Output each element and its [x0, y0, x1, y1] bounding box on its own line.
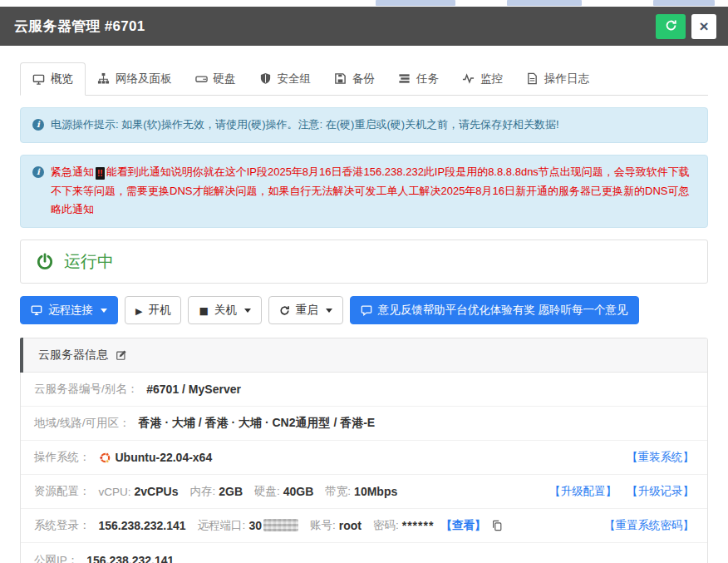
tab-disk[interactable]: 硬盘 [184, 62, 248, 95]
account-value: root [339, 519, 362, 532]
reinstall-os-link[interactable]: 【重装系统】 [627, 450, 694, 465]
status-text: 运行中 [64, 250, 114, 273]
server-id-value: #6701 / MyServer [146, 383, 241, 396]
password-label: 密码: [373, 518, 399, 533]
caret-down-icon [244, 309, 251, 313]
network-icon [97, 72, 110, 85]
modal-body: 概览 网络及面板 硬盘 安全组 备份 任务 监控 操作日志 [0, 46, 728, 563]
operation-logs-icon [526, 72, 539, 85]
row-links: 【重装系统】 [627, 450, 694, 465]
background-text-fragment [507, 0, 582, 6]
background-text-fragment [653, 0, 715, 6]
view-password-link[interactable]: 【查看】 [440, 518, 485, 533]
power-off-button[interactable]: 关机 [188, 296, 261, 324]
row-links: 【重置系统密码】 [604, 518, 694, 533]
modal-header: 云服务器管理 #6701 [0, 7, 728, 46]
double-exclamation-emoji: !! [96, 167, 105, 180]
status-card: 运行中 [20, 240, 708, 284]
copy-icon[interactable] [491, 520, 503, 531]
info-icon [32, 119, 44, 131]
port-label: 远程端口: [198, 518, 246, 533]
remote-desktop-icon [31, 304, 42, 316]
server-info-panel: 云服务器信息 云服务器编号/别名： #6701 / MyServer 地域/线路… [20, 338, 708, 563]
backup-icon [334, 72, 347, 85]
cpu-value: 2vCPUs [135, 485, 179, 498]
security-group-icon [259, 72, 272, 85]
edit-icon[interactable] [116, 349, 127, 361]
refresh-icon [665, 19, 677, 34]
urgent-notice-alert: 紧急通知!!能看到此通知说明你就在这个IP段2025年8月16日香港156.23… [20, 155, 708, 228]
action-toolbar: 远程连接 开机 关机 重启 意见反馈帮助平台优化体验有奖 愿聆听每一个意见 [20, 296, 708, 324]
tab-security-group[interactable]: 安全组 [248, 62, 323, 95]
reset-password-link[interactable]: 【重置系统密码】 [604, 518, 694, 533]
row-label: 地域/线路/可用区： [34, 416, 130, 431]
panel-title: 云服务器信息 [38, 348, 108, 363]
close-icon [699, 18, 708, 34]
bandwidth-label: 带宽: [325, 484, 351, 499]
power-icon [36, 253, 54, 271]
row-public-ip: 公网IP： 156.238.232.141 [21, 543, 707, 563]
tab-monitor[interactable]: 监控 [450, 62, 514, 95]
os-value: Ubuntu-22.04-x64 [116, 451, 213, 464]
remote-connect-button[interactable]: 远程连接 [20, 296, 118, 324]
redacted-port [263, 519, 298, 531]
ubuntu-logo-icon [99, 452, 111, 464]
overview-icon [32, 73, 45, 86]
reboot-icon [279, 305, 290, 316]
memory-value: 2GB [219, 485, 243, 498]
memory-label: 内存: [189, 484, 215, 499]
row-resources: 资源配置： vCPU: 2vCPUs 内存: 2GB 硬盘: 40GB 带宽: … [21, 475, 707, 509]
cpu-label: vCPU: [99, 486, 131, 498]
urgent-prefix: 紧急通知 [51, 165, 94, 178]
upgrade-record-link[interactable]: 【升级记录】 [627, 484, 694, 499]
row-login: 系统登录： 156.238.232.141 远程端口: 30 账号: root … [21, 509, 707, 543]
row-server-id: 云服务器编号/别名： #6701 / MyServer [21, 373, 707, 407]
comment-icon [361, 304, 372, 316]
info-icon [32, 166, 44, 178]
refresh-button[interactable] [656, 14, 686, 39]
reboot-button[interactable]: 重启 [268, 296, 343, 324]
monitor-icon [462, 72, 475, 85]
disk-label: 硬盘: [254, 484, 280, 499]
panel-accent-bar [20, 338, 23, 373]
row-label: 公网IP： [34, 553, 78, 563]
row-os: 操作系统： Ubuntu-22.04-x64 【重装系统】 [21, 441, 707, 475]
tab-operation-logs[interactable]: 操作日志 [514, 62, 601, 95]
password-value: ****** [402, 519, 435, 532]
play-icon [135, 304, 142, 317]
modal-header-actions [656, 14, 716, 39]
urgent-notice-text: 紧急通知!!能看到此通知说明你就在这个IP段2025年8月16日香港156.23… [51, 163, 696, 220]
row-label: 资源配置： [34, 484, 91, 499]
row-region: 地域/线路/可用区： 香港 · 大埔 / 香港 · 大埔 · CN2通用型 / … [21, 407, 707, 441]
tab-tasks[interactable]: 任务 [386, 62, 450, 95]
feedback-button[interactable]: 意见反馈帮助平台优化体验有奖 愿聆听每一个意见 [350, 296, 639, 324]
upgrade-config-link[interactable]: 【升级配置】 [549, 484, 617, 499]
account-label: 账号: [310, 518, 336, 533]
row-label: 系统登录： [34, 518, 91, 533]
caret-down-icon [326, 309, 332, 313]
stop-icon [199, 304, 208, 317]
power-tip-alert: 电源操作提示: 如果(软)操作无效，请使用(硬)操作。注意: 在(硬)重启或(硬… [20, 107, 708, 143]
modal-title: 云服务器管理 #6701 [14, 17, 145, 36]
caret-down-icon [101, 309, 107, 313]
bandwidth-value: 10Mbps [354, 485, 397, 498]
row-label: 云服务器编号/别名： [34, 382, 138, 397]
close-button[interactable] [691, 14, 716, 39]
login-ip-value: 156.238.232.141 [99, 519, 186, 532]
background-text-fragment [376, 0, 455, 6]
public-ip-value: 156.238.232.141 [86, 554, 174, 563]
disk-icon [195, 72, 208, 85]
power-on-button[interactable]: 开机 [125, 296, 181, 324]
row-links: 【升级配置】 【升级记录】 [549, 484, 694, 499]
urgent-body: 能看到此通知说明你就在这个IP段2025年8月16日香港156.238.232此… [51, 165, 690, 216]
region-value: 香港 · 大埔 / 香港 · 大埔 · CN2通用型 / 香港-E [139, 416, 376, 431]
tab-overview[interactable]: 概览 [20, 62, 86, 96]
background-page-sliver [0, 0, 728, 7]
power-tip-text: 电源操作提示: 如果(软)操作无效，请使用(硬)操作。注意: 在(硬)重启或(硬… [51, 116, 559, 135]
row-label: 操作系统： [34, 450, 91, 465]
port-value: 30 [248, 519, 298, 532]
tab-bar: 概览 网络及面板 硬盘 安全组 备份 任务 监控 操作日志 [20, 62, 708, 96]
tab-network-panel[interactable]: 网络及面板 [86, 62, 184, 95]
tab-backup[interactable]: 备份 [322, 62, 386, 95]
server-info-panel-header: 云服务器信息 [21, 338, 707, 373]
